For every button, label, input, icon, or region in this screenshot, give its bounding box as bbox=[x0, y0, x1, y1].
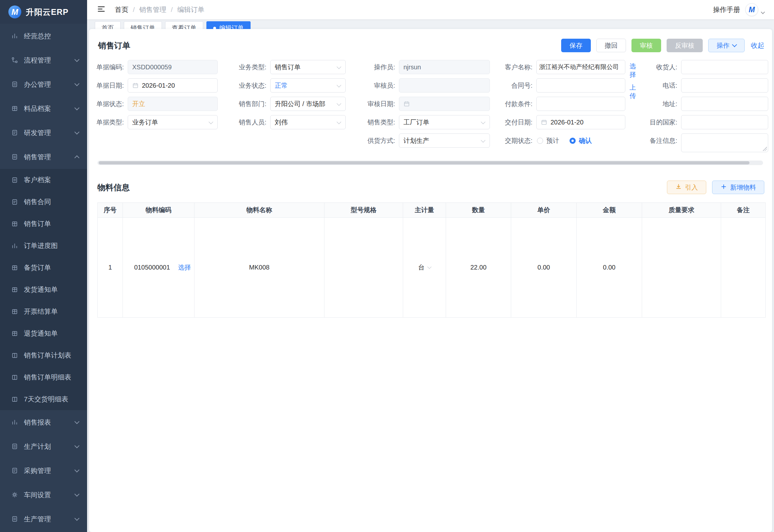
sidebar-item-office-mgmt[interactable]: 办公管理 bbox=[0, 72, 87, 96]
sidebar-subitem-return-notice[interactable]: 退货通知单 bbox=[0, 322, 87, 344]
sidebar-subitem-order-progress[interactable]: 订单进度图 bbox=[0, 235, 87, 257]
dest-country-input[interactable] bbox=[681, 115, 768, 129]
sidebar-subitem-sales-order[interactable]: 销售订单 bbox=[0, 213, 87, 235]
cell-price[interactable]: 0.00 bbox=[511, 218, 577, 318]
return-notice-icon bbox=[11, 330, 18, 337]
actions-label: 操作 bbox=[717, 41, 729, 50]
sidebar-subitem-invoice-settlement[interactable]: 开票结算单 bbox=[0, 300, 87, 322]
customer-upload-link[interactable]: 上传 bbox=[630, 83, 637, 100]
actions-dropdown-button[interactable]: 操作 bbox=[708, 39, 745, 52]
sales-type-select[interactable]: 工厂订单 bbox=[399, 115, 490, 129]
save-button[interactable]: 保存 bbox=[561, 39, 591, 52]
sidebar-item-label: 退货通知单 bbox=[24, 329, 79, 338]
pay-terms-input[interactable] bbox=[536, 97, 625, 111]
calendar-icon bbox=[132, 82, 139, 89]
sidebar-item-production-plan[interactable]: 生产计划 bbox=[0, 434, 87, 458]
cell-unit[interactable]: 台 bbox=[403, 218, 446, 318]
horizontal-scrollbar[interactable] bbox=[97, 161, 763, 165]
biz-status-value: 正常 bbox=[275, 81, 288, 90]
chevron-down-icon bbox=[74, 105, 80, 110]
contract-no-input[interactable] bbox=[536, 78, 625, 93]
breadcrumb-home[interactable]: 首页 bbox=[115, 5, 128, 14]
chevron-down-icon bbox=[337, 64, 341, 69]
scrollbar-thumb[interactable] bbox=[99, 161, 749, 164]
sidebar-subitem-order-plan-table[interactable]: 销售订单计划表 bbox=[0, 344, 87, 366]
col-price: 单价 bbox=[511, 203, 577, 218]
sidebar-item-material-archives[interactable]: 料品档案 bbox=[0, 96, 87, 121]
col-qty: 数量 bbox=[446, 203, 511, 218]
sidebar-item-rnd-mgmt[interactable]: 研发管理 bbox=[0, 121, 87, 145]
sidebar-item-production-mgmt[interactable]: 生产管理 bbox=[0, 507, 87, 531]
breadcrumb-sales-mgmt[interactable]: 销售管理 bbox=[139, 5, 166, 14]
auditor-label: 审核员: bbox=[346, 78, 399, 93]
sidebar-item-sales-reports[interactable]: 销售报表 bbox=[0, 410, 87, 434]
withdraw-button[interactable]: 撤回 bbox=[596, 39, 626, 52]
cell-qty[interactable]: 22.00 bbox=[446, 218, 511, 318]
address-input[interactable] bbox=[681, 97, 768, 111]
customer-select-link[interactable]: 选择 bbox=[630, 62, 637, 79]
customer-input[interactable]: 浙江裕兴不动产经纪有限公司 bbox=[536, 60, 625, 74]
salesperson-select[interactable]: 刘伟 bbox=[270, 115, 346, 129]
supply-mode-select[interactable]: 计划生产 bbox=[399, 133, 490, 148]
collapse-sidebar-icon[interactable] bbox=[97, 5, 106, 15]
sidebar-item-business-overview[interactable]: 经营总控 bbox=[0, 24, 87, 48]
deliver-date-input[interactable]: 2026-01-20 bbox=[536, 115, 625, 129]
collapse-panel-link[interactable]: 收起 bbox=[751, 41, 764, 50]
doc-date-label: 单据日期: bbox=[97, 78, 128, 93]
avatar[interactable]: M bbox=[745, 3, 758, 16]
add-material-label: 新增物料 bbox=[730, 183, 756, 192]
resize-grip-icon[interactable] bbox=[763, 147, 767, 151]
sidebar-subitem-customer-files[interactable]: 客户档案 bbox=[0, 169, 87, 191]
breadcrumb-separator: / bbox=[133, 6, 135, 14]
sidebar-item-label: 7天交货明细表 bbox=[24, 395, 79, 404]
report-chart-icon bbox=[11, 419, 18, 426]
sidebar-item-label: 订单进度图 bbox=[24, 241, 79, 250]
sidebar-item-workshop-settings[interactable]: 车间设置 bbox=[0, 483, 87, 507]
sidebar-subitem-7day-delivery-table[interactable]: 7天交货明细表 bbox=[0, 388, 87, 410]
operation-manual-link[interactable]: 操作手册 bbox=[713, 5, 740, 14]
add-material-button[interactable]: 新增物料 bbox=[712, 181, 764, 194]
customer-side-links: 选择 上传 bbox=[630, 62, 637, 100]
audit-button[interactable]: 审核 bbox=[631, 39, 661, 52]
doc-date-input[interactable]: 2026-01-20 bbox=[128, 78, 218, 93]
radio-confirmed[interactable]: 确认 bbox=[570, 136, 592, 145]
cell-quality[interactable] bbox=[642, 218, 721, 318]
chevron-down-icon bbox=[427, 265, 432, 269]
sales-order-icon bbox=[11, 220, 18, 227]
cell-remark[interactable] bbox=[721, 218, 766, 318]
radio-label: 预计 bbox=[546, 136, 559, 145]
biz-status-select[interactable]: 正常 bbox=[270, 78, 346, 93]
chevron-down-icon bbox=[74, 491, 80, 497]
select-material-link[interactable]: 选择 bbox=[178, 263, 191, 272]
col-material-code: 物料编码 bbox=[123, 203, 194, 218]
sidebar-item-purchase-mgmt[interactable]: 采购管理 bbox=[0, 458, 87, 483]
sidebar-item-process-mgmt[interactable]: 流程管理 bbox=[0, 48, 87, 72]
user-menu-caret-icon[interactable] bbox=[761, 10, 765, 14]
sidebar-subitem-order-detail-table[interactable]: 销售订单明细表 bbox=[0, 366, 87, 388]
stock-order-icon bbox=[11, 264, 18, 271]
sidebar-subitem-sales-contract[interactable]: 销售合同 bbox=[0, 191, 87, 213]
sidebar-item-label: 生产管理 bbox=[24, 515, 75, 524]
sidebar-item-sales-mgmt[interactable]: 销售管理 bbox=[0, 145, 87, 169]
audit-date-label: 审核日期: bbox=[346, 97, 399, 111]
cell-spec[interactable] bbox=[324, 218, 403, 318]
import-button[interactable]: 引入 bbox=[667, 181, 706, 194]
radio-estimated[interactable]: 预计 bbox=[537, 136, 559, 145]
doc-type-select[interactable]: 业务订单 bbox=[128, 115, 218, 129]
doc-date-value: 2026-01-20 bbox=[142, 82, 175, 89]
sales-dept-select[interactable]: 升阳公司 / 市场部 bbox=[270, 97, 346, 111]
materials-table: 序号 物料编码 物料名称 型号规格 主计量 数量 单价 金额 质量要求 备注 bbox=[97, 202, 766, 318]
receiver-input[interactable] bbox=[681, 60, 768, 74]
main-area: 首页 / 销售管理 / 编辑订单 操作手册 M 首页 销售订单 查看订单 bbox=[87, 0, 774, 532]
sidebar-item-label: 客户档案 bbox=[24, 175, 79, 184]
remark-textarea[interactable] bbox=[681, 133, 768, 152]
order-form: 单据编码: XSDD000059 业务类型: 销售订单 操作员: njrsun … bbox=[97, 60, 768, 152]
sidebar-subitem-stock-order[interactable]: 备货订单 bbox=[0, 257, 87, 279]
biz-type-select[interactable]: 销售订单 bbox=[270, 60, 346, 74]
doc-type-value: 业务订单 bbox=[132, 118, 158, 127]
cell-seq: 1 bbox=[98, 218, 123, 318]
production-icon bbox=[11, 516, 18, 523]
sidebar-subitem-delivery-notice[interactable]: 发货通知单 bbox=[0, 279, 87, 300]
download-icon bbox=[675, 183, 682, 192]
phone-input[interactable] bbox=[681, 78, 768, 93]
